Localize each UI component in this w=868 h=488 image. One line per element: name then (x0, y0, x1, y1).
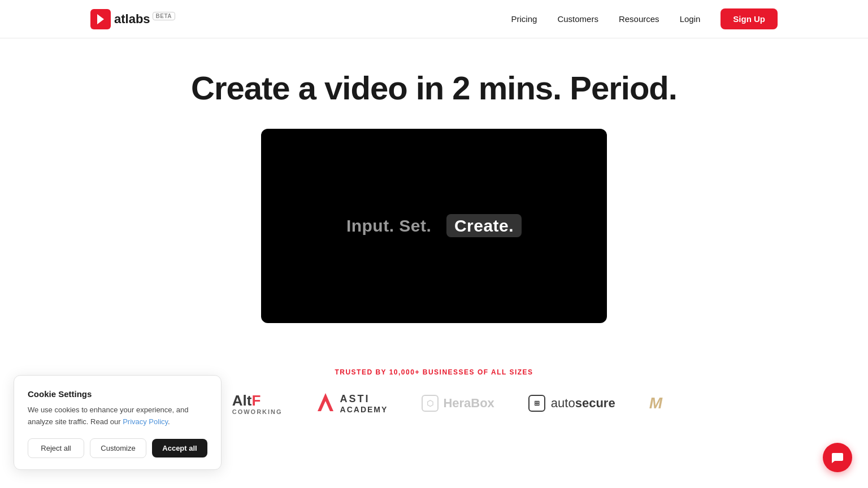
hero-section: Create a video in 2 mins. Period. Input.… (0, 38, 868, 346)
nav-resources[interactable]: Resources (619, 14, 659, 24)
logo-altf: AltF COWORKING (232, 392, 283, 415)
navigation: atlabsBETA Pricing Customers Resources L… (0, 0, 868, 38)
chat-icon (831, 451, 844, 464)
cookie-banner: Cookie Settings We use cookies to enhanc… (14, 375, 222, 470)
customize-button[interactable]: Customize (90, 438, 146, 458)
cookie-actions: Reject all Customize Accept all (28, 438, 207, 458)
nav-links: Pricing Customers Resources Login Sign U… (511, 8, 778, 29)
logo-herabox: ⬡ HeraBox (422, 395, 494, 412)
chat-button[interactable] (823, 443, 852, 472)
logo-icon (90, 9, 111, 29)
cookie-body: We use cookies to enhance your experienc… (28, 404, 207, 428)
logos-row: al AltF COWORKING ASTI ACADEMY ⬡ HeraBox (185, 392, 683, 415)
logo[interactable]: atlabsBETA (90, 9, 175, 29)
autosecure-icon: ⊞ (528, 395, 545, 412)
logo-asti: ASTI ACADEMY (316, 392, 388, 415)
hero-video[interactable]: Input. Set. Create. (261, 129, 607, 323)
hero-title: Create a video in 2 mins. Period. (191, 70, 677, 106)
nav-login[interactable]: Login (680, 14, 701, 24)
reject-all-button[interactable]: Reject all (28, 438, 84, 458)
logo-partial-right: M (649, 394, 683, 412)
accept-all-button[interactable]: Accept all (152, 439, 207, 457)
asti-icon (316, 392, 335, 415)
logo-wordmark: atlabsBETA (114, 12, 175, 27)
cookie-title: Cookie Settings (28, 389, 207, 399)
nav-customers[interactable]: Customers (557, 14, 598, 24)
video-tagline: Input. Set. Create. (346, 216, 522, 236)
herabox-icon: ⬡ (422, 395, 439, 412)
privacy-policy-link[interactable]: Privacy Policy (123, 417, 168, 426)
signup-button[interactable]: Sign Up (721, 8, 778, 29)
nav-pricing[interactable]: Pricing (511, 14, 537, 24)
trusted-label: TRUSTED BY 10,000+ BUSINESSES OF ALL SIZ… (335, 368, 533, 376)
svg-marker-0 (318, 393, 333, 411)
logo-autosecure: ⊞ autosecure (528, 395, 615, 412)
